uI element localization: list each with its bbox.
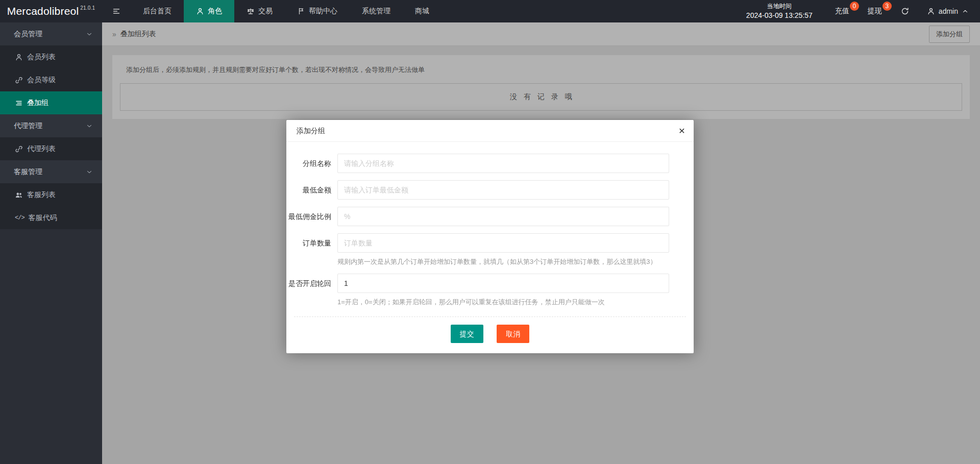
sidebar-item-agent-list[interactable]: 代理列表 [0, 137, 102, 160]
code-icon: </> [15, 214, 24, 222]
submit-button[interactable]: 提交 [451, 325, 483, 343]
group-name-input[interactable] [337, 154, 669, 173]
sidebar-item-label: 叠加组 [27, 99, 48, 108]
link-icon [15, 145, 23, 153]
brand-logo: Mercadolibreol 21.0.1 [0, 0, 102, 22]
field-label: 最低金额 [286, 180, 337, 200]
scales-icon [247, 7, 255, 15]
sidebar: 会员管理 会员列表 会员等级 叠加组 代理管理 代理列表 客服管理 [0, 22, 102, 464]
sidebar-item-label: 会员列表 [27, 53, 56, 62]
field-label: 订单数量 [286, 233, 337, 266]
order-count-hint: 规则内第一次是从第几个订单开始增加订单数量，就填几（如从第3个订单开始增加订单数… [337, 257, 669, 266]
modal-title: 添加分组 [297, 127, 325, 135]
recharge-badge: 0 [850, 2, 859, 11]
modal-body: 分组名称 最低金额 最低佣金比例 订单数量 规则内第一次是从第几个订单开始增加订… [286, 142, 694, 353]
form-row-order-count: 订单数量 规则内第一次是从第几个订单开始增加订单数量，就填几（如从第3个订单开始… [286, 233, 694, 266]
local-time: 当地时间 2024-03-09 13:25:57 [733, 0, 826, 22]
sidebar-group-label: 客服管理 [14, 167, 42, 177]
sidebar-item-member-list[interactable]: 会员列表 [0, 45, 102, 68]
nav-item-trade[interactable]: 交易 [234, 0, 285, 22]
sidebar-item-label: 客服列表 [27, 190, 56, 200]
add-group-modal: 添加分组 × 分组名称 最低金额 最低佣金比例 订单数量 规则内第一 [286, 120, 694, 353]
brand-version: 21.0.1 [80, 5, 95, 11]
local-time-label: 当地时间 [767, 2, 792, 11]
link-icon [15, 76, 23, 84]
order-count-input[interactable] [337, 233, 669, 253]
users-icon [15, 191, 23, 199]
close-icon[interactable]: × [679, 120, 685, 142]
nav-item-system[interactable]: 系统管理 [350, 0, 403, 22]
modal-footer: 提交 取消 [286, 317, 694, 353]
main-nav: 后台首页 角色 交易 帮助中心 系统管理 商城 [131, 0, 442, 22]
nav-item-dashboard[interactable]: 后台首页 [131, 0, 184, 22]
field-label: 是否开启轮回 [286, 274, 337, 307]
min-commission-input[interactable] [337, 207, 669, 226]
form-row-loop-toggle: 是否开启轮回 1=开启，0=关闭；如果开启轮回，那么用户可以重复在该组进行任务，… [286, 274, 694, 307]
sidebar-group-service-mgmt[interactable]: 客服管理 [0, 160, 102, 183]
nav-item-mall[interactable]: 商城 [403, 0, 442, 22]
chevron-down-icon [86, 123, 93, 130]
admin-menu[interactable]: admin [919, 0, 980, 22]
sidebar-group-agent-mgmt[interactable]: 代理管理 [0, 114, 102, 137]
nav-item-label: 帮助中心 [309, 7, 337, 16]
nav-item-label: 系统管理 [362, 7, 390, 16]
local-time-value: 2024-03-09 13:25:57 [746, 11, 813, 20]
flag-icon [297, 7, 305, 15]
sidebar-group-member-mgmt[interactable]: 会员管理 [0, 22, 102, 45]
form-row-min-amount: 最低金额 [286, 180, 694, 200]
user-icon [15, 53, 23, 61]
sidebar-item-label: 会员等级 [27, 76, 56, 85]
min-amount-input[interactable] [337, 180, 669, 200]
form-row-min-commission: 最低佣金比例 [286, 207, 694, 226]
sidebar-item-service-code[interactable]: </> 客服代码 [0, 206, 102, 229]
user-icon [927, 7, 935, 15]
nav-item-label: 商城 [415, 7, 429, 16]
person-icon [196, 7, 204, 15]
nav-item-label: 后台首页 [143, 7, 172, 16]
sidebar-item-service-list[interactable]: 客服列表 [0, 183, 102, 206]
chevron-down-icon [86, 31, 93, 38]
refresh-icon[interactable] [891, 0, 919, 22]
withdraw-badge: 3 [883, 2, 892, 11]
field-label: 最低佣金比例 [286, 207, 337, 226]
top-navbar: Mercadolibreol 21.0.1 后台首页 角色 交易 帮助中心 [0, 0, 980, 22]
withdraw-label: 提现 [868, 7, 882, 16]
nav-item-label: 角色 [208, 7, 222, 16]
recharge-label: 充值 [835, 7, 849, 16]
chevron-up-icon [962, 8, 969, 15]
nav-item-help-center[interactable]: 帮助中心 [285, 0, 350, 22]
sidebar-group-label: 会员管理 [14, 30, 42, 39]
withdraw-button[interactable]: 提现 3 [859, 0, 891, 22]
nav-item-label: 交易 [258, 7, 273, 16]
sidebar-item-member-level[interactable]: 会员等级 [0, 68, 102, 91]
cancel-button[interactable]: 取消 [497, 325, 529, 343]
admin-username: admin [939, 7, 958, 15]
sidebar-item-label: 代理列表 [27, 144, 56, 154]
loop-toggle-hint: 1=开启，0=关闭；如果开启轮回，那么用户可以重复在该组进行任务，禁止用户只能做… [337, 297, 669, 307]
list-icon [15, 99, 23, 107]
field-label: 分组名称 [286, 154, 337, 173]
form-row-group-name: 分组名称 [286, 154, 694, 173]
sidebar-group-label: 代理管理 [14, 121, 42, 131]
recharge-button[interactable]: 充值 0 [826, 0, 859, 22]
chevron-down-icon [86, 168, 93, 176]
modal-header: 添加分组 × [286, 120, 694, 142]
loop-toggle-input[interactable] [337, 274, 669, 293]
sidebar-item-label: 客服代码 [29, 213, 57, 223]
nav-item-roles[interactable]: 角色 [184, 0, 234, 22]
brand-name: Mercadolibreol [7, 5, 79, 17]
hamburger-icon[interactable] [102, 0, 131, 22]
navbar-right: 当地时间 2024-03-09 13:25:57 充值 0 提现 3 admin [733, 0, 980, 22]
sidebar-item-stack-group[interactable]: 叠加组 [0, 91, 102, 114]
